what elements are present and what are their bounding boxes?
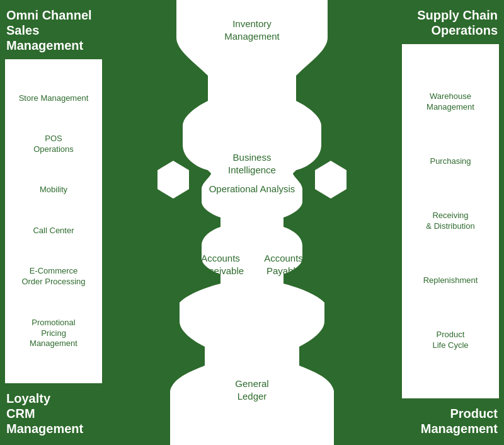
purchasing-item: Purchasing bbox=[410, 154, 491, 170]
ecommerce-item: E-CommerceOrder Processing bbox=[13, 263, 94, 290]
mobility-item: Mobility bbox=[13, 182, 94, 198]
product-lifecycle-item: ProductLife Cycle bbox=[410, 327, 491, 354]
right-panel: Supply ChainOperations WarehouseManageme… bbox=[397, 0, 504, 445]
receiving-distribution-item: Receiving& Distribution bbox=[410, 208, 491, 234]
svg-marker-1 bbox=[315, 161, 346, 199]
loyalty-crm-header: LoyaltyCRMManagement bbox=[0, 383, 107, 445]
replenishment-item: Replenishment bbox=[410, 273, 491, 289]
left-panel: Omni ChannelSalesManagement Store Manage… bbox=[0, 0, 107, 445]
pos-operations-item: POSOperations bbox=[13, 131, 94, 158]
call-center-item: Call Center bbox=[13, 223, 94, 239]
right-white-box: WarehouseManagement Purchasing Receiving… bbox=[402, 44, 499, 398]
svg-marker-0 bbox=[158, 161, 189, 199]
store-management-item: Store Management bbox=[13, 91, 94, 107]
center-panel: InventoryManagement BusinessIntelligence… bbox=[107, 0, 397, 445]
center-shape-svg bbox=[107, 0, 397, 445]
left-white-box: Store Management POSOperations Mobility … bbox=[5, 59, 102, 383]
supply-chain-header: Supply ChainOperations bbox=[397, 0, 504, 44]
main-container: Omni ChannelSalesManagement Store Manage… bbox=[0, 0, 504, 445]
warehouse-management-item: WarehouseManagement bbox=[410, 89, 491, 115]
omni-channel-header: Omni ChannelSalesManagement bbox=[0, 0, 107, 59]
promotional-item: PromotionalPricingManagement bbox=[13, 315, 94, 352]
product-management-header: ProductManagement bbox=[397, 398, 504, 445]
